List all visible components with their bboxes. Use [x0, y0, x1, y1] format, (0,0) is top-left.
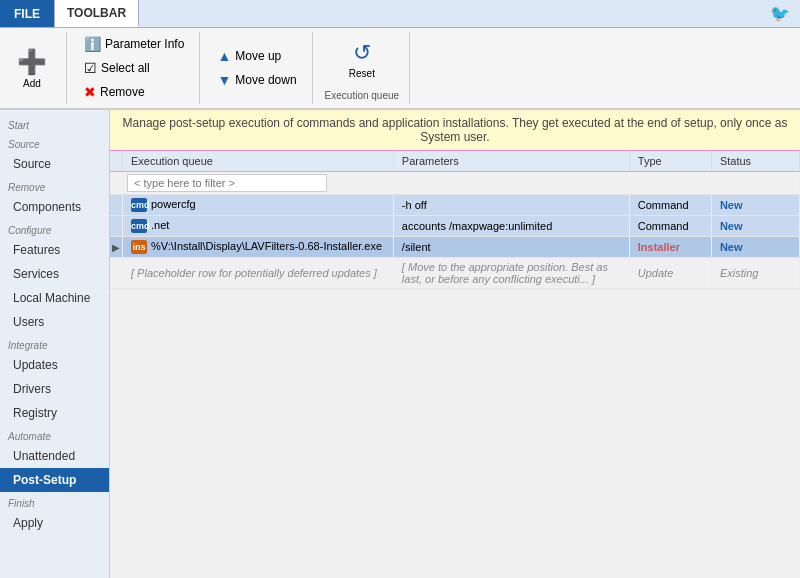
- move-buttons: ▲ Move up ▼ Move down: [212, 45, 301, 91]
- sidebar: Start Source Source Remove Components Co…: [0, 110, 110, 578]
- toolbar-tab-label: TOOLBAR: [67, 6, 126, 20]
- params-cell: -h off: [393, 195, 629, 216]
- type-cell type-command: Command: [629, 195, 711, 216]
- add-label: Add: [23, 78, 41, 89]
- toolbar-reset-group: ↺ Reset Execution queue: [325, 32, 411, 104]
- move-up-button[interactable]: ▲ Move up: [212, 45, 301, 67]
- sidebar-item-drivers[interactable]: Drivers: [0, 377, 109, 401]
- status-cell: New: [711, 216, 799, 237]
- col-queue-header: Execution queue: [123, 151, 394, 172]
- move-down-label: Move down: [235, 73, 296, 87]
- twitter-icon: 🐦: [760, 0, 800, 27]
- info-icon: ℹ️: [84, 36, 101, 52]
- sidebar-item-source[interactable]: Source: [0, 152, 109, 176]
- col-expand: [110, 151, 123, 172]
- table-area: Execution queue Parameters Type Status: [110, 151, 800, 578]
- params-cell: /silent: [393, 237, 629, 258]
- type-cell: Command: [629, 216, 711, 237]
- sidebar-item-features[interactable]: Features: [0, 238, 109, 262]
- content-area: Manage post-setup execution of commands …: [110, 110, 800, 578]
- status-cell: New: [711, 195, 799, 216]
- badge-cmd: cmd: [131, 219, 147, 233]
- filter-row: [110, 172, 800, 195]
- file-tab-label: FILE: [14, 7, 40, 21]
- section-automate-label: Automate: [0, 425, 109, 444]
- section-configure-label: Configure: [0, 219, 109, 238]
- params-cell: accounts /maxpwage:unlimited: [393, 216, 629, 237]
- top-bar: FILE TOOLBAR 🐦: [0, 0, 800, 28]
- section-finish-label: Finish: [0, 492, 109, 511]
- move-down-button[interactable]: ▼ Move down: [212, 69, 301, 91]
- reset-button[interactable]: ↺ Reset: [340, 35, 384, 84]
- sidebar-item-services[interactable]: Services: [0, 262, 109, 286]
- status-cell-placeholder: Existing: [711, 258, 799, 289]
- type-cell: Installer: [629, 237, 711, 258]
- status-cell: New: [711, 237, 799, 258]
- parameter-info-button[interactable]: ℹ️ Parameter Info: [79, 33, 189, 55]
- sidebar-item-users[interactable]: Users: [0, 310, 109, 334]
- table-header-row: Execution queue Parameters Type Status: [110, 151, 800, 172]
- info-message: Manage post-setup execution of commands …: [123, 116, 788, 144]
- badge-cmd: cmd: [131, 198, 147, 212]
- file-tab[interactable]: FILE: [0, 0, 55, 27]
- table-row[interactable]: cmd.net accounts /maxpwage:unlimited Com…: [110, 216, 800, 237]
- reset-icon: ↺: [353, 40, 371, 66]
- parameter-info-label: Parameter Info: [105, 37, 184, 51]
- section-start: Start: [0, 114, 109, 133]
- sidebar-item-updates[interactable]: Updates: [0, 353, 109, 377]
- execution-queue-label: Execution queue: [325, 90, 400, 101]
- toolbar-add-group: ➕ Add: [8, 32, 67, 104]
- add-button[interactable]: ➕ Add: [8, 43, 56, 94]
- sidebar-item-components[interactable]: Components: [0, 195, 109, 219]
- toolbar-manage-group: ℹ️ Parameter Info ☑ Select all ✖ Remove: [79, 32, 200, 104]
- col-type-header: Type: [629, 151, 711, 172]
- filter-input[interactable]: [127, 174, 327, 192]
- sidebar-item-unattended[interactable]: Unattended: [0, 444, 109, 468]
- queue-cell: cmd.net: [123, 216, 394, 237]
- queue-cell-placeholder: [ Placeholder row for potentially deferr…: [123, 258, 394, 289]
- execution-table: Execution queue Parameters Type Status: [110, 151, 800, 289]
- add-icon: ➕: [17, 48, 47, 76]
- select-all-icon: ☑: [84, 60, 97, 76]
- sidebar-item-apply[interactable]: Apply: [0, 511, 109, 535]
- queue-cell: cmdpowercfg: [123, 195, 394, 216]
- info-bar: Manage post-setup execution of commands …: [110, 110, 800, 151]
- toolbar-small-buttons: ℹ️ Parameter Info ☑ Select all ✖ Remove: [79, 33, 189, 103]
- main-layout: Start Source Source Remove Components Co…: [0, 110, 800, 578]
- table-row[interactable]: ▶ ins%V:\Install\Display\LAVFilters-0.68…: [110, 237, 800, 258]
- col-status-header: Status: [711, 151, 799, 172]
- expand-icon[interactable]: ▶: [112, 242, 120, 253]
- move-down-icon: ▼: [217, 72, 231, 88]
- section-integrate-label: Integrate: [0, 334, 109, 353]
- type-cell-placeholder: Update: [629, 258, 711, 289]
- toolbar-tab[interactable]: TOOLBAR: [55, 0, 139, 27]
- sidebar-item-post-setup[interactable]: Post-Setup: [0, 468, 109, 492]
- toolbar-move-group: ▲ Move up ▼ Move down: [212, 32, 312, 104]
- remove-icon: ✖: [84, 84, 96, 100]
- section-source-label: Source: [0, 133, 109, 152]
- table-row: [ Placeholder row for potentially deferr…: [110, 258, 800, 289]
- queue-cell: ins%V:\Install\Display\LAVFilters-0.68-I…: [123, 237, 394, 258]
- params-cell-placeholder: [ Move to the appropriate position. Best…: [393, 258, 629, 289]
- badge-inst: ins: [131, 240, 147, 254]
- table-row[interactable]: cmdpowercfg -h off Command New: [110, 195, 800, 216]
- select-all-button[interactable]: ☑ Select all: [79, 57, 189, 79]
- reset-label: Reset: [349, 68, 375, 79]
- sidebar-item-registry[interactable]: Registry: [0, 401, 109, 425]
- select-all-label: Select all: [101, 61, 150, 75]
- remove-label: Remove: [100, 85, 145, 99]
- section-remove-label: Remove: [0, 176, 109, 195]
- remove-button[interactable]: ✖ Remove: [79, 81, 189, 103]
- sidebar-item-local-machine[interactable]: Local Machine: [0, 286, 109, 310]
- move-up-label: Move up: [235, 49, 281, 63]
- toolbar: ➕ Add ℹ️ Parameter Info ☑ Select all ✖ R…: [0, 28, 800, 110]
- move-up-icon: ▲: [217, 48, 231, 64]
- col-params-header: Parameters: [393, 151, 629, 172]
